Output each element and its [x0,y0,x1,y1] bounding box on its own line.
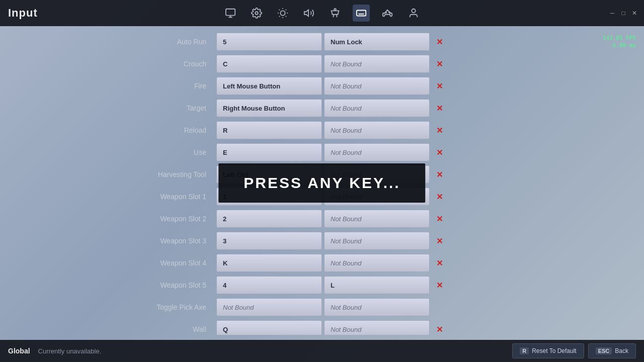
binding-label-12: Toggle Pick Axe [111,303,216,311]
table-row: Weapon Slot 5 4 L ✕ [111,275,531,296]
binding-label-13: Wall [111,325,216,333]
svg-point-23 [412,9,415,13]
back-button[interactable]: ESC Back [588,343,636,358]
binding-key1-10[interactable]: K [216,254,322,272]
nav-icons [222,5,422,22]
status-text: Currently unavailable. [38,347,102,355]
delete-btn-9[interactable]: ✕ [432,233,447,248]
reset-key-hint: R [520,347,529,354]
binding-key1-11[interactable]: 4 [216,276,322,294]
back-label: Back [615,347,628,354]
binding-key2-12[interactable]: Not Bound [324,298,430,316]
svg-line-5 [279,10,280,10]
reset-label: Reset To Default [532,347,577,354]
binding-label-7: Weapon Slot 1 [111,193,216,201]
delete-btn-3[interactable]: ✕ [432,101,447,116]
binding-key1-1[interactable]: C [216,55,322,73]
delete-btn-2[interactable]: ✕ [432,78,447,94]
svg-rect-0 [226,9,235,16]
binding-key2-10[interactable]: Not Bound [324,254,430,272]
svg-point-12 [334,9,336,11]
binding-label-8: Weapon Slot 2 [111,215,216,223]
svg-point-22 [390,13,391,14]
page-title: Input [8,7,38,20]
svg-rect-13 [357,11,366,16]
svg-line-6 [286,16,286,17]
window-controls: ─ □ ✕ [609,10,638,17]
binding-key1-12[interactable]: Not Bound [216,298,322,316]
binding-key1-4[interactable]: R [216,121,322,139]
binding-key1-13[interactable]: Q [216,320,322,335]
table-row: Toggle Pick Axe Not Bound Not Bound [111,297,531,318]
svg-marker-11 [304,10,308,17]
press-any-key-overlay: PRESS ANY KEY... [218,163,425,203]
binding-key2-13[interactable]: Not Bound [324,320,430,335]
binding-label-4: Reload [111,126,216,134]
input-icon[interactable] [353,5,370,22]
binding-key2-9[interactable]: Not Bound [324,232,430,250]
table-row: Weapon Slot 3 3 Not Bound ✕ [111,230,531,251]
binding-key2-11[interactable]: L [324,276,430,294]
accessibility-icon[interactable] [327,5,344,22]
svg-point-2 [280,11,285,15]
binding-key2-0[interactable]: Num Lock [324,33,430,51]
table-row: Weapon Slot 4 K Not Bound ✕ [111,252,531,274]
binding-label-10: Weapon Slot 4 [111,259,216,267]
delete-btn-11[interactable]: ✕ [432,278,447,293]
global-label: Global [8,347,30,355]
delete-btn-8[interactable]: ✕ [432,211,447,226]
binding-label-3: Target [111,104,216,112]
binding-key1-8[interactable]: 2 [216,210,322,228]
delete-btn-0[interactable]: ✕ [432,34,447,49]
delete-btn-placeholder-12 [430,300,445,315]
close-btn[interactable]: ✕ [631,10,638,17]
delete-btn-4[interactable]: ✕ [432,123,447,138]
table-row: Use E Not Bound ✕ [111,142,531,163]
monitor-icon[interactable] [222,5,239,22]
table-row: Auto Run 5 Num Lock ✕ [111,31,531,52]
binding-key1-5[interactable]: E [216,143,322,161]
controller-icon[interactable] [379,5,396,22]
delete-btn-13[interactable]: ✕ [432,322,447,335]
reset-to-default-button[interactable]: R Reset To Default [512,343,584,358]
binding-label-11: Weapon Slot 5 [111,281,216,289]
maximize-btn[interactable]: □ [620,10,627,17]
delete-btn-6[interactable]: ✕ [432,167,447,182]
gear-icon[interactable] [248,5,265,22]
binding-key2-2[interactable]: Not Bound [324,77,430,95]
binding-key2-8[interactable]: Not Bound [324,210,430,228]
binding-key2-1[interactable]: Not Bound [324,55,430,73]
binding-key2-4[interactable]: Not Bound [324,121,430,139]
table-row: Fire Left Mouse Button Not Bound ✕ [111,75,531,97]
table-row: Weapon Slot 2 2 Not Bound ✕ [111,208,531,229]
volume-icon[interactable] [300,5,317,22]
binding-key2-5[interactable]: Not Bound [324,143,430,161]
binding-label-2: Fire [111,82,216,90]
binding-key1-2[interactable]: Left Mouse Button [216,77,322,95]
press-any-key-text: PRESS ANY KEY... [244,174,400,191]
minimize-btn[interactable]: ─ [609,10,616,17]
delete-btn-1[interactable]: ✕ [432,56,447,71]
binding-label-6: Harvesting Tool [111,170,216,178]
binding-key1-3[interactable]: Right Mouse Button [216,99,322,117]
account-icon[interactable] [405,5,422,22]
back-key-hint: ESC [596,347,612,354]
table-row: Target Right Mouse Button Not Bound ✕ [111,98,531,119]
svg-line-9 [279,16,280,17]
delete-btn-10[interactable]: ✕ [432,255,447,270]
binding-key2-3[interactable]: Not Bound [324,99,430,117]
binding-key1-9[interactable]: 3 [216,232,322,250]
table-row: Crouch C Not Bound ✕ [111,53,531,74]
settings-panel: Auto Run 5 Num Lock ✕ Crouch C Not Bound… [111,31,533,335]
brightness-icon[interactable] [274,5,291,22]
table-row: Reload R Not Bound ✕ [111,120,531,141]
delete-btn-7[interactable]: ✕ [432,189,447,204]
binding-label-1: Crouch [111,60,216,68]
table-row: Wall Q Not Bound ✕ [111,319,531,335]
bottombar: Global Currently unavailable. R Reset To… [0,340,644,362]
binding-label-0: Auto Run [111,38,216,46]
binding-key1-0[interactable]: 5 [216,33,322,51]
delete-btn-5[interactable]: ✕ [432,145,447,160]
binding-label-9: Weapon Slot 3 [111,237,216,245]
svg-point-1 [255,12,258,15]
